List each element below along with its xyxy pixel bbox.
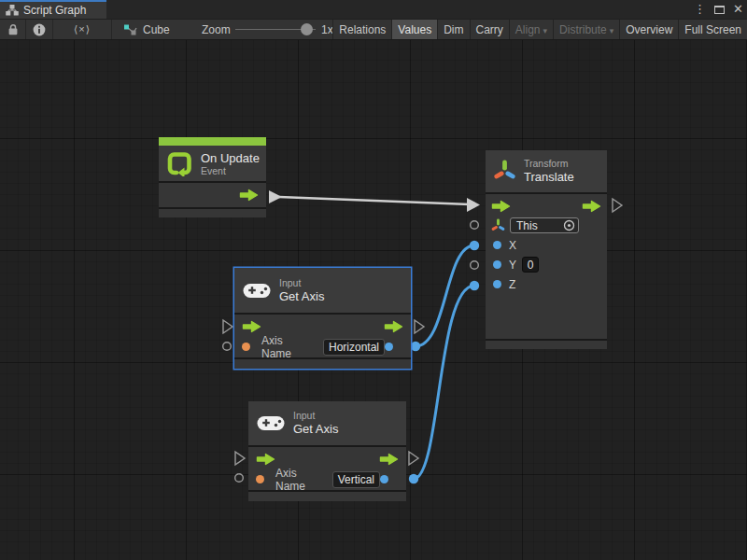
node-category: Input (279, 278, 324, 288)
target-object-field[interactable]: This (510, 217, 579, 233)
gamepad-icon (243, 282, 271, 300)
node-title: Get Axis (279, 289, 324, 303)
port-getaxis-v-flow-in[interactable] (235, 452, 245, 465)
node-body: This X Y 0 Z (486, 192, 607, 339)
node-category: Transform (524, 159, 574, 169)
y-port-label: Y (509, 259, 516, 272)
port-translate-z-in[interactable] (470, 281, 479, 290)
node-category: Input (293, 411, 338, 421)
node-on-update[interactable]: On Update Event (159, 137, 266, 217)
node-title: On Update (201, 151, 260, 165)
node-body (159, 181, 266, 207)
node-translate[interactable]: Transform Translate This (486, 150, 607, 349)
port-getaxis-v-flow-out[interactable] (409, 452, 418, 465)
port-translate-flow-out[interactable] (613, 199, 622, 212)
port-translate-y-in[interactable] (471, 261, 479, 270)
axis-name-value-field[interactable]: Horizontal (323, 339, 385, 356)
node-footer (486, 339, 607, 349)
axis-name-label: Axis Name (261, 334, 316, 360)
flow-in-arrow-icon[interactable] (256, 453, 275, 466)
axis-name-port-dot[interactable] (256, 475, 264, 483)
z-port-dot[interactable] (493, 280, 501, 288)
z-port-label: Z (509, 278, 515, 291)
flow-out-arrow-icon[interactable] (379, 453, 399, 466)
axis-name-label: Axis Name (275, 467, 325, 493)
axis-name-port-dot[interactable] (242, 343, 250, 351)
node-header: On Update Event (159, 146, 266, 181)
node-footer (159, 207, 266, 217)
node-get-axis-vertical[interactable]: Input Get Axis Axis Name Vertical (248, 401, 406, 501)
flow-out-arrow-icon[interactable] (582, 200, 601, 213)
y-value-field[interactable]: 0 (522, 257, 539, 273)
node-footer (248, 490, 406, 501)
result-port-dot[interactable] (380, 475, 388, 483)
result-port-dot[interactable] (385, 343, 393, 351)
node-body: Axis Name Horizontal (234, 313, 411, 357)
node-get-axis-horizontal[interactable]: Input Get Axis Axis Name Horizontal (234, 268, 411, 369)
port-translate-target-in[interactable] (471, 221, 479, 230)
port-getaxis-h-flow-out[interactable] (415, 320, 424, 333)
port-getaxis-h-name-in[interactable] (223, 343, 232, 351)
port-onupdate-flow-out[interactable] (269, 190, 282, 203)
flow-out-arrow-icon[interactable] (384, 320, 403, 333)
object-picker-icon[interactable] (563, 219, 575, 231)
flow-out-arrow-icon[interactable] (239, 189, 259, 202)
flow-in-arrow-icon[interactable] (491, 200, 511, 213)
port-getaxis-h-flow-in[interactable] (223, 320, 233, 333)
port-getaxis-v-name-in[interactable] (235, 474, 244, 483)
x-port-label: X (509, 239, 516, 252)
node-subtitle: Event (201, 166, 260, 176)
event-node-accent-bar (159, 137, 266, 146)
port-translate-x-in[interactable] (470, 241, 479, 250)
wire-horizontal-to-x[interactable] (416, 245, 474, 346)
axis-name-value-field[interactable]: Vertical (332, 471, 380, 488)
wire-vertical-to-z[interactable] (414, 286, 474, 479)
transform-icon (494, 159, 515, 184)
x-port-dot[interactable] (493, 241, 501, 249)
node-header: Input Get Axis (234, 268, 411, 313)
on-update-loop-icon (167, 151, 192, 176)
port-getaxis-v-result-out[interactable] (409, 474, 418, 483)
wire-control-flow[interactable] (279, 197, 470, 204)
node-header: Input Get Axis (248, 401, 406, 445)
transform-port-icon[interactable] (491, 218, 505, 233)
port-translate-flow-in[interactable] (467, 198, 480, 212)
node-body: Axis Name Vertical (248, 445, 406, 490)
y-port-dot[interactable] (493, 260, 501, 269)
node-header: Transform Translate (486, 150, 607, 192)
node-title: Get Axis (293, 422, 338, 436)
node-title: Translate (524, 170, 574, 184)
flow-in-arrow-icon[interactable] (242, 320, 261, 333)
port-getaxis-h-result-out[interactable] (411, 342, 420, 351)
gamepad-icon (257, 414, 285, 432)
